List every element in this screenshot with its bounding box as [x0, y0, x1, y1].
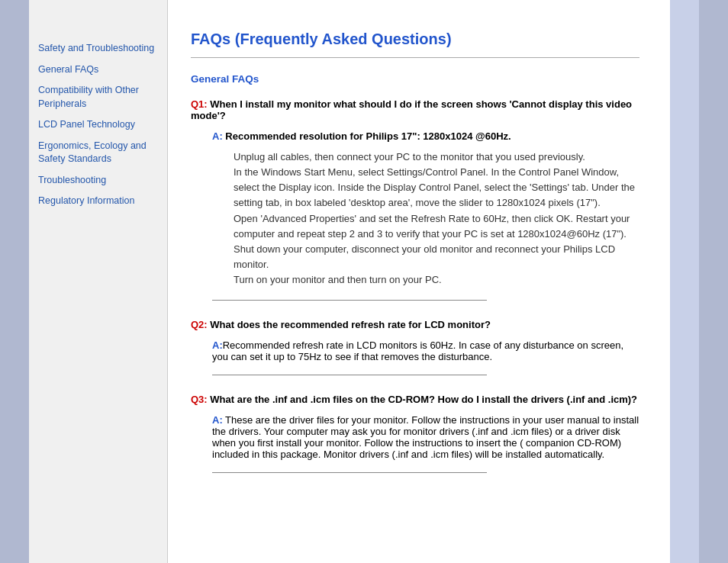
qa-block-q2: Q2: What does the recommended refresh ra… [191, 319, 639, 375]
q1-label: Q1: [191, 98, 208, 110]
answer-block-q3: A: These are the driver files for your m… [191, 414, 639, 460]
q3-text: What are the .inf and .icm files on the … [208, 394, 637, 405]
sidebar-item-safety[interactable]: Safety and Troubleshooting [38, 42, 158, 56]
far-right-border [699, 0, 728, 563]
sidebar-item-regulatory[interactable]: Regulatory Information [38, 195, 158, 208]
left-border [0, 0, 29, 563]
question-q3: Q3: What are the .inf and .icm files on … [191, 394, 639, 405]
sidebar-item-compatibility[interactable]: Compatibility with Other Peripherals [38, 84, 158, 111]
page-title: FAQs (Frequently Asked Questions) [191, 31, 639, 48]
answer-block-q2: A:Recommended refresh rate in LCD monito… [191, 339, 639, 362]
answer-block-q1: A: Recommended resolution for Philips 17… [191, 130, 639, 288]
question-q1: Q1: When I install my monitor what shoul… [191, 98, 639, 121]
q3-answer-detail: These are the driver files for your moni… [212, 414, 639, 460]
q1-answer-bold: Recommended resolution for Philips 17": … [225, 130, 511, 142]
q2-label: Q2: [191, 319, 208, 330]
q2-a-label: A: [212, 339, 223, 351]
q1-a-label: A: [212, 130, 223, 142]
sidebar-item-troubleshooting[interactable]: Troubleshooting [38, 174, 158, 188]
sidebar-item-lcd-panel[interactable]: LCD Panel Technology [38, 118, 158, 132]
q1-divider [212, 300, 487, 301]
question-q2: Q2: What does the recommended refresh ra… [191, 319, 639, 330]
answer-line-q1: A: Recommended resolution for Philips 17… [212, 130, 639, 142]
q1-answer-detail: Unplug all cables, then connect your PC … [212, 150, 639, 288]
q3-a-label: A: [212, 414, 223, 426]
main-content: FAQs (Frequently Asked Questions) Genera… [168, 0, 670, 563]
q3-divider [212, 472, 487, 473]
answer-line-q3: A: These are the driver files for your m… [212, 414, 639, 460]
q1-text: When I install my monitor what should I … [191, 98, 632, 121]
section-heading: General FAQs [191, 73, 639, 85]
right-border [670, 0, 699, 563]
qa-block-q1: Q1: When I install my monitor what shoul… [191, 98, 639, 301]
title-divider [191, 57, 639, 58]
answer-line-q2: A:Recommended refresh rate in LCD monito… [212, 339, 639, 362]
q3-label: Q3: [191, 394, 208, 405]
sidebar-item-general-faqs[interactable]: General FAQs [38, 63, 158, 77]
sidebar: Safety and Troubleshooting General FAQs … [29, 0, 168, 563]
q2-text: What does the recommended refresh rate f… [208, 319, 491, 330]
qa-block-q3: Q3: What are the .inf and .icm files on … [191, 394, 639, 473]
sidebar-item-ergonomics[interactable]: Ergonomics, Ecology and Safety Standards [38, 140, 158, 166]
q2-divider [212, 375, 487, 375]
q2-answer-detail: Recommended refresh rate in LCD monitors… [212, 339, 623, 362]
